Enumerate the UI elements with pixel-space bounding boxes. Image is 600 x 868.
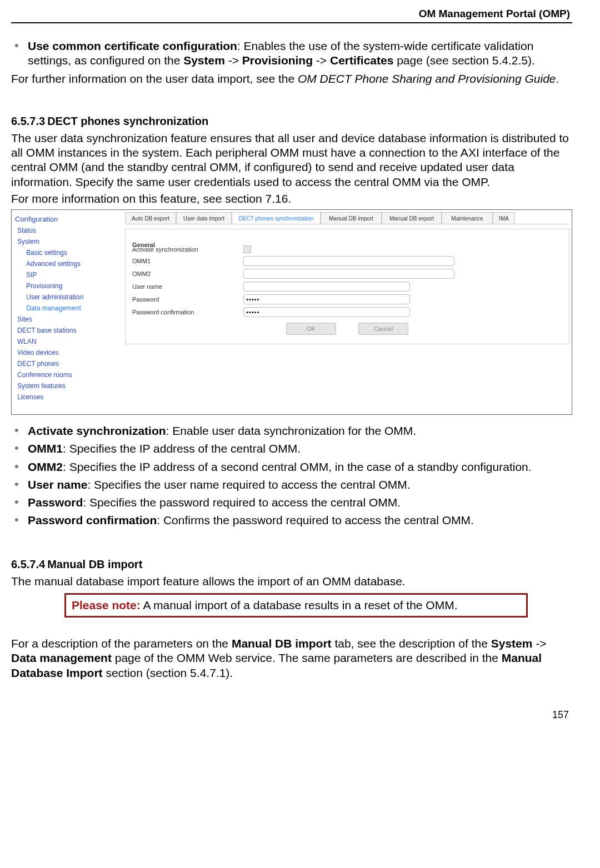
tab-bar: Auto DB export User data import DECT pho… — [125, 212, 569, 224]
nav-dect-base-stations[interactable]: DECT base stations — [12, 325, 123, 336]
path-provisioning: Provisioning — [242, 54, 313, 67]
general-fieldset: General Activate synchronization OMM1 OM… — [125, 229, 569, 344]
section2-para1: The manual database import feature allow… — [11, 574, 572, 589]
nav-wlan[interactable]: WLAN — [12, 336, 123, 347]
section-heading-1: 6.5.7.3DECT phones synchronization — [11, 115, 572, 128]
bp-a: For a description of the parameters on t… — [11, 637, 232, 650]
field-bullets: Activate synchronization: Enable user da… — [11, 424, 572, 528]
nav-advanced-settings[interactable]: Advanced settings — [12, 258, 123, 269]
section1-para1: The user data synchronization feature en… — [11, 131, 572, 189]
bp-f: Data management — [11, 651, 112, 664]
nav-system-features[interactable]: System features — [12, 380, 123, 392]
bp-i: section (section 5.4.7.1). — [103, 666, 233, 679]
label-password: Password — [132, 296, 243, 303]
bullet-omm1: OMM1: Specifies the IP address of the ce… — [11, 441, 572, 456]
nav-sites[interactable]: Sites — [12, 314, 123, 325]
tab-maintenance[interactable]: Maintenance — [442, 212, 493, 224]
text: : Specifies the IP address of a second c… — [63, 460, 532, 473]
term: OMM1 — [28, 442, 63, 455]
page-number: 157 — [11, 709, 572, 721]
input-user-name[interactable] — [243, 282, 410, 292]
label-omm1: OMM1 — [132, 258, 243, 264]
note-box: Please note: A manual import of a databa… — [64, 593, 528, 618]
arrow1: -> — [225, 54, 242, 67]
nav-user-administration[interactable]: User administration — [12, 292, 123, 303]
input-omm1[interactable] — [243, 256, 454, 266]
tab-dect-phones-sync[interactable]: DECT phones synchronization — [232, 212, 321, 224]
tab-manual-db-export[interactable]: Manual DB export — [382, 212, 442, 224]
note-text: A manual import of a database results in… — [141, 599, 458, 611]
sidebar: Configuration Status System Basic settin… — [12, 210, 123, 414]
label-omm2: OMM2 — [132, 270, 243, 277]
text: : Specifies the user name required to ac… — [87, 478, 410, 491]
bullet-activate-sync: Activate synchronization: Enable user da… — [11, 424, 572, 438]
header-rule — [11, 22, 572, 23]
bullet-password: Password: Specifies the password require… — [11, 495, 572, 510]
checkbox-activate-sync[interactable] — [243, 245, 251, 253]
bp-b: Manual DB import — [232, 637, 332, 650]
top-para-a: For further information on the user data… — [11, 72, 298, 85]
nav-system[interactable]: System — [12, 236, 123, 247]
section-title-1: DECT phones synchronization — [47, 115, 208, 127]
bp-g: page of the OMM Web service. The same pa… — [112, 651, 502, 664]
tab-user-data-import[interactable]: User data import — [176, 212, 232, 224]
term: Activate synchronization — [28, 424, 166, 437]
section-heading-2: 6.5.7.4Manual DB import — [11, 558, 572, 571]
input-password-confirmation[interactable] — [243, 307, 410, 317]
top-para-b: . — [556, 72, 559, 85]
bullet-omm2: OMM2: Specifies the IP address of a seco… — [11, 460, 572, 474]
nav-video-devices[interactable]: Video devices — [12, 347, 123, 358]
text: : Confirms the password required to acce… — [157, 514, 474, 526]
bullet-use-common-cert: Use common certificate configuration: En… — [11, 39, 572, 68]
nav-licenses[interactable]: Licenses — [12, 392, 123, 403]
nav-sip[interactable]: SIP — [12, 269, 123, 280]
bp-e: -> — [532, 637, 546, 650]
label-password-confirmation: Password confirmation — [132, 309, 243, 315]
section-title-2: Manual DB import — [47, 558, 142, 570]
path-system: System — [183, 54, 225, 67]
nav-basic-settings[interactable]: Basic settings — [12, 247, 123, 258]
arrow2: -> — [313, 54, 330, 67]
tab-auto-db-export[interactable]: Auto DB export — [125, 212, 176, 224]
term: Password — [28, 496, 83, 509]
bullet-password-confirmation: Password confirmation: Confirms the pass… — [11, 513, 572, 528]
main-panel: Auto DB export User data import DECT pho… — [125, 212, 569, 412]
nav-conference-rooms[interactable]: Conference rooms — [12, 369, 123, 380]
section-number-1: 6.5.7.3 — [11, 115, 45, 127]
bullet-user-name: User name: Specifies the user name requi… — [11, 478, 572, 492]
ok-button[interactable]: OK — [286, 323, 336, 335]
bottom-paragraph: For a description of the parameters on t… — [11, 636, 572, 680]
tab-ima[interactable]: IMA — [493, 212, 515, 224]
cancel-button[interactable]: Cancel — [358, 323, 408, 335]
section-number-2: 6.5.7.4 — [11, 558, 45, 570]
running-header: OM Management Portal (OMP) — [11, 8, 572, 20]
text: : Specifies the password required to acc… — [83, 496, 401, 509]
text: : Enable user data synchronization for t… — [166, 424, 417, 437]
text-b: page (see section 5.4.2.5). — [393, 54, 535, 67]
bp-c: tab, see the description of the — [332, 637, 491, 650]
term: Use common certificate configuration — [28, 39, 237, 52]
nav-status[interactable]: Status — [12, 225, 123, 236]
embedded-screenshot: Configuration Status System Basic settin… — [11, 209, 572, 415]
top-paragraph: For further information on the user data… — [11, 72, 572, 86]
input-password[interactable] — [243, 294, 410, 304]
term: Password confirmation — [28, 514, 157, 526]
nav-title: Configuration — [12, 213, 123, 225]
term: OMM2 — [28, 460, 63, 473]
nav-provisioning[interactable]: Provisioning — [12, 280, 123, 292]
tab-manual-db-import[interactable]: Manual DB import — [321, 212, 382, 224]
note-label: Please note: — [72, 599, 141, 611]
bp-d: System — [491, 637, 533, 650]
top-bullet-list: Use common certificate configuration: En… — [11, 39, 572, 68]
input-omm2[interactable] — [243, 269, 454, 279]
text: : Specifies the IP address of the centra… — [63, 442, 301, 455]
section1-para2: For more information on this feature, se… — [11, 192, 572, 206]
nav-data-management[interactable]: Data management — [12, 303, 123, 314]
path-certificates: Certificates — [330, 54, 393, 67]
fieldset-legend: General — [131, 242, 156, 248]
term: User name — [28, 478, 87, 491]
nav-dect-phones[interactable]: DECT phones — [12, 358, 123, 369]
label-user-name: User name — [132, 283, 243, 290]
guide-title: OM DECT Phone Sharing and Provisioning G… — [298, 72, 556, 85]
